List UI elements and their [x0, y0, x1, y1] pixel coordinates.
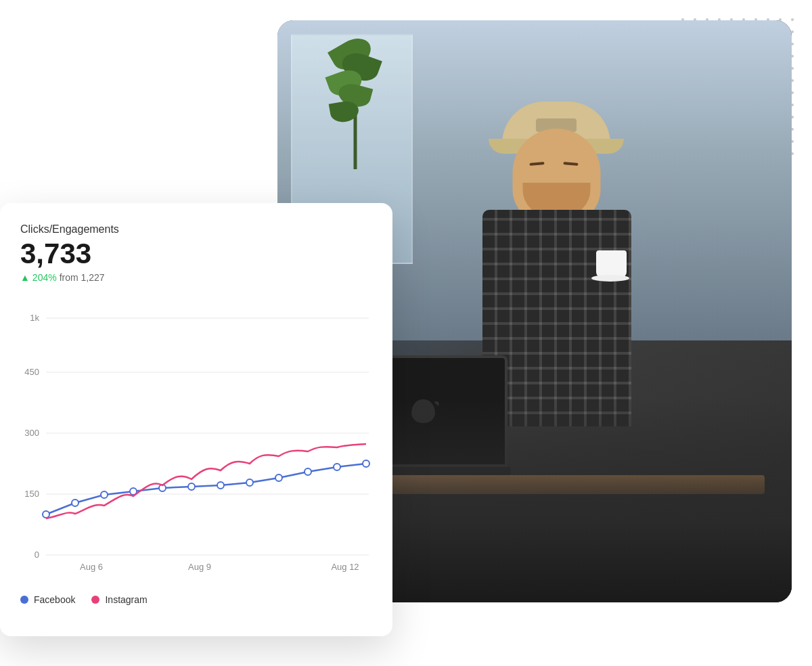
change-from: from 1,227 — [60, 272, 105, 283]
page-scene: // Will render via JS below — [0, 0, 812, 666]
instagram-legend-dot — [91, 596, 99, 604]
fb-point-3 — [101, 491, 108, 498]
svg-text:1k: 1k — [30, 313, 39, 323]
legend-instagram: Instagram — [91, 594, 147, 605]
svg-text:0: 0 — [35, 550, 39, 560]
chart-legend: Facebook Instagram — [20, 594, 372, 605]
svg-text:Aug 6: Aug 6 — [80, 562, 103, 572]
svg-text:450: 450 — [24, 367, 39, 377]
chart-value: 3,733 — [20, 240, 372, 268]
facebook-legend-dot — [20, 596, 28, 604]
fb-point-10 — [304, 468, 311, 475]
chart-change: ▲ 204% from 1,227 — [20, 272, 372, 283]
fb-point-9 — [275, 474, 282, 481]
fb-point-7 — [217, 482, 224, 489]
fb-point-2 — [72, 500, 78, 506]
chart-title: Clicks/Engagements — [20, 223, 372, 236]
line-chart-svg: 1k 450 300 150 0 Aug 6 Aug 9 Aug 12 — [20, 299, 372, 583]
fb-point-6 — [188, 483, 195, 490]
facebook-line — [46, 464, 366, 514]
instagram-legend-label: Instagram — [105, 594, 147, 605]
change-percent: 204% — [32, 272, 57, 283]
legend-facebook: Facebook — [20, 594, 75, 605]
fb-point-12 — [363, 460, 369, 467]
chart-card: Clicks/Engagements 3,733 ▲ 204% from 1,2… — [0, 203, 392, 636]
fb-point-11 — [334, 464, 340, 470]
fb-point-8 — [246, 479, 253, 486]
plant-decoration — [325, 34, 386, 169]
fb-point-1 — [43, 511, 49, 518]
svg-text:300: 300 — [24, 428, 39, 438]
svg-text:Aug 12: Aug 12 — [331, 562, 359, 572]
facebook-legend-label: Facebook — [34, 594, 75, 605]
person-head — [513, 129, 601, 223]
change-arrow: ▲ — [20, 272, 30, 283]
chart-area: 1k 450 300 150 0 Aug 6 Aug 9 Aug 12 — [20, 299, 372, 583]
instagram-line — [46, 444, 366, 518]
coffee-cup — [596, 250, 627, 278]
svg-text:Aug 9: Aug 9 — [188, 562, 211, 572]
coffee-saucer — [591, 275, 629, 282]
svg-text:150: 150 — [24, 489, 39, 499]
